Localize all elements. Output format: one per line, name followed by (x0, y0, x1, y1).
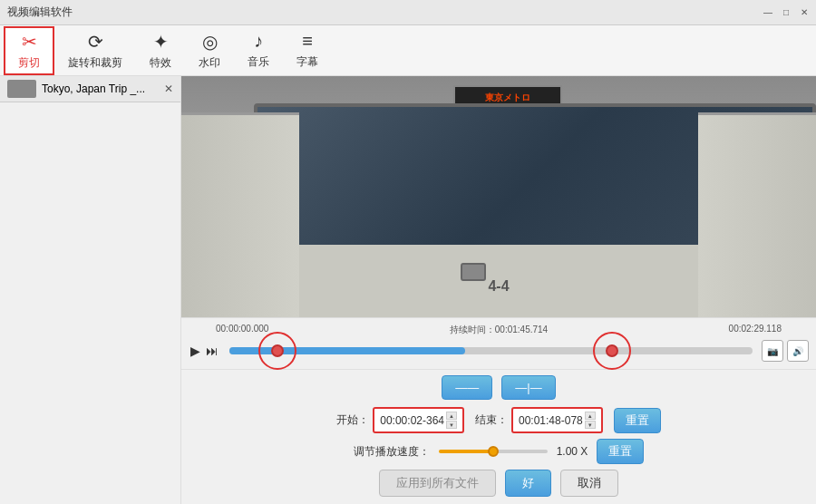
volume-button[interactable]: 🔊 (787, 340, 809, 362)
split-button[interactable]: —|— (501, 375, 555, 400)
cut-icon: ✂ (22, 31, 37, 53)
titlebar: 视频编辑软件 — □ ✕ (0, 0, 816, 25)
end-time-value: 00:01:48-078 (519, 414, 583, 427)
start-label: 开始： (336, 412, 369, 428)
speed-reset-button[interactable]: 重置 (597, 439, 644, 464)
effects-icon: ✦ (153, 31, 169, 53)
play-controls: ▶ ⏭ (189, 342, 220, 360)
end-time-spinners: ▲ ▼ (585, 412, 596, 429)
tab-watermark-label: 水印 (199, 55, 220, 71)
end-increment[interactable]: ▲ (585, 412, 596, 420)
speed-slider-thumb[interactable] (488, 446, 499, 457)
timeline-area: 00:00:00.000 持续时间：00:01:45.714 00:02:29.… (181, 317, 816, 369)
timeline-filled (229, 347, 465, 354)
left-panel: Tokyo, Japan Trip _... ✕ (0, 76, 181, 504)
timeline-handle-left-container (271, 344, 284, 357)
subtitle-icon: ≡ (302, 31, 313, 52)
file-tab-close[interactable]: ✕ (164, 82, 173, 95)
apply-all-button: 应用到所有文件 (379, 470, 496, 497)
tab-watermark[interactable]: ◎ 水印 (185, 26, 234, 75)
watermark-icon: ◎ (202, 31, 218, 53)
tab-effects[interactable]: ✦ 特效 (136, 26, 185, 75)
music-icon: ♪ (254, 31, 263, 52)
fade-in-button[interactable]: —— (442, 375, 492, 400)
app-title: 视频编辑软件 (7, 5, 73, 20)
play-button[interactable]: ▶ (189, 342, 202, 360)
speed-row: 调节播放速度： 1.00 X 重置 (190, 439, 807, 464)
time-reset-button[interactable]: 重置 (614, 408, 661, 433)
barrier-right (698, 112, 816, 317)
right-content: 東京メトロ ⊘ ⊘ ⊘ (181, 76, 816, 504)
timeline-bar-row: ▶ ⏭ (189, 340, 809, 362)
barrier-left (181, 112, 299, 317)
snapshot-button[interactable]: 📷 (762, 340, 783, 362)
start-time-box[interactable]: 00:00:02-364 ▲ ▼ (373, 407, 464, 433)
cancel-button[interactable]: 取消 (560, 470, 618, 497)
end-time-box[interactable]: 00:01:48-078 ▲ ▼ (511, 407, 603, 433)
video-frame: 東京メトロ ⊘ ⊘ ⊘ (181, 76, 816, 317)
camera-icon (461, 263, 486, 281)
tab-subtitle-label: 字幕 (296, 54, 318, 70)
right-controls: 📷 🔊 (762, 340, 809, 362)
start-decrement[interactable]: ▼ (446, 421, 457, 429)
tab-cut-label: 剪切 (18, 55, 40, 71)
time-fields-row: 开始： 00:00:02-364 ▲ ▼ 结束： 00:01:48-078 (190, 407, 807, 433)
split-icon: —|— (515, 381, 541, 394)
close-button[interactable]: ✕ (796, 5, 812, 21)
timeline-timestamps: 00:00:00.000 持续时间：00:01:45.714 00:02:29.… (189, 324, 809, 336)
toolbar: ✂ 剪切 ⟳ 旋转和裁剪 ✦ 特效 ◎ 水印 ♪ 音乐 ≡ 字幕 (0, 25, 816, 76)
tab-music-label: 音乐 (248, 54, 269, 70)
start-time-value: 00:00:02-364 (380, 414, 444, 427)
end-label: 结束： (475, 412, 508, 428)
bottom-controls: —— —|— 开始： 00:00:02-364 ▲ ▼ (181, 369, 816, 504)
ok-button[interactable]: 好 (505, 470, 551, 497)
file-name: Tokyo, Japan Trip _... (42, 82, 145, 95)
tab-music[interactable]: ♪ 音乐 (234, 26, 283, 75)
action-buttons-row: 应用到所有文件 好 取消 (190, 470, 807, 497)
speed-slider[interactable] (439, 450, 548, 453)
train-sign-text: 東京メトロ (485, 92, 530, 104)
timeline-track[interactable] (229, 347, 753, 354)
minimize-button[interactable]: — (760, 5, 776, 21)
file-tab[interactable]: Tokyo, Japan Trip _... ✕ (0, 76, 180, 102)
tab-effects-label: 特效 (150, 55, 171, 71)
timeline-handle-right-container (606, 344, 618, 357)
tab-rotate-label: 旋转和裁剪 (68, 55, 122, 71)
end-time-group: 结束： 00:01:48-078 ▲ ▼ (475, 407, 603, 433)
time-start: 00:00:00.000 (216, 324, 268, 336)
fade-in-icon: —— (455, 381, 479, 394)
maximize-button[interactable]: □ (778, 5, 794, 21)
timeline-handle-left[interactable] (271, 344, 284, 357)
start-time-spinners: ▲ ▼ (446, 412, 457, 429)
tab-subtitle[interactable]: ≡ 字幕 (283, 26, 332, 75)
end-decrement[interactable]: ▼ (585, 421, 596, 429)
next-frame-button[interactable]: ⏭ (204, 342, 220, 360)
window-controls: — □ ✕ (760, 5, 812, 21)
tab-rotate[interactable]: ⟳ 旋转和裁剪 (54, 26, 136, 75)
subway-scene: 東京メトロ ⊘ ⊘ ⊘ (181, 76, 816, 317)
speed-value: 1.00 X (557, 445, 588, 458)
start-time-group: 开始： 00:00:02-364 ▲ ▼ (336, 407, 464, 433)
time-duration: 持续时间：00:01:45.714 (450, 324, 548, 336)
main-area: Tokyo, Japan Trip _... ✕ 東京メトロ (0, 76, 816, 504)
speed-label: 调节播放速度： (354, 444, 430, 460)
cut-buttons-row: —— —|— (190, 375, 807, 400)
timeline-handle-right[interactable] (606, 344, 618, 357)
video-preview: 東京メトロ ⊘ ⊘ ⊘ (181, 76, 816, 317)
time-end: 00:02:29.118 (729, 324, 782, 336)
rotate-icon: ⟳ (88, 31, 103, 53)
tab-cut[interactable]: ✂ 剪切 (4, 26, 54, 75)
display-number: 4-4 (488, 278, 509, 295)
start-increment[interactable]: ▲ (446, 412, 457, 420)
file-thumbnail (7, 80, 36, 98)
